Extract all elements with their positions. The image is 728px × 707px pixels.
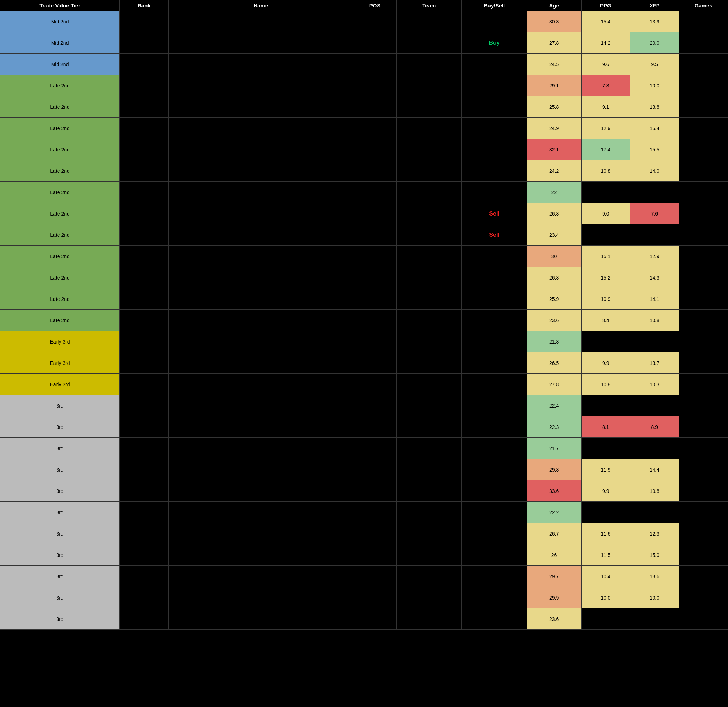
cell-rank	[120, 395, 169, 416]
cell-tier: 3rd	[0, 395, 120, 416]
table-row: Late 2nd29.17.310.0	[0, 75, 728, 96]
table-row: Late 2nd23.68.410.8	[0, 310, 728, 331]
cell-ppg: 14.2	[581, 32, 630, 54]
cell-team	[397, 587, 462, 609]
table-row: Late 2nd24.210.814.0	[0, 160, 728, 182]
cell-age: 25.8	[527, 96, 581, 118]
cell-tier: Late 2nd	[0, 75, 120, 96]
cell-rank	[120, 416, 169, 438]
cell-rank	[120, 267, 169, 288]
cell-rank	[120, 96, 169, 118]
cell-ppg	[581, 224, 630, 246]
cell-pos	[353, 11, 396, 32]
cell-pos	[353, 438, 396, 459]
cell-name	[169, 587, 353, 609]
cell-games	[679, 416, 728, 438]
cell-rank	[120, 459, 169, 480]
cell-team	[397, 246, 462, 267]
cell-name	[169, 139, 353, 160]
cell-pos	[353, 203, 396, 224]
cell-rank	[120, 480, 169, 502]
header-row: Trade Value Tier Rank Name POS Team Buy/…	[0, 0, 728, 11]
cell-name	[169, 459, 353, 480]
cell-age: 26.5	[527, 353, 581, 374]
cell-age: 21.7	[527, 438, 581, 459]
table-row: 3rd29.710.413.6	[0, 566, 728, 587]
cell-ppg: 11.6	[581, 523, 630, 545]
table-row: 3rd26.711.612.3	[0, 523, 728, 545]
table-row: Late 2nd26.815.214.3	[0, 267, 728, 288]
cell-tier: 3rd	[0, 480, 120, 502]
cell-tier: 3rd	[0, 587, 120, 609]
cell-name	[169, 118, 353, 139]
cell-name	[169, 310, 353, 331]
table-row: 3rd22.38.18.9	[0, 416, 728, 438]
cell-name	[169, 246, 353, 267]
header-pos: POS	[353, 0, 396, 11]
cell-age: 22.4	[527, 395, 581, 416]
cell-ppg: 10.9	[581, 288, 630, 310]
cell-ppg: 15.4	[581, 11, 630, 32]
cell-name	[169, 54, 353, 75]
cell-team	[397, 11, 462, 32]
cell-name	[169, 395, 353, 416]
cell-games	[679, 545, 728, 566]
cell-pos	[353, 331, 396, 353]
cell-xfp: 14.1	[630, 288, 679, 310]
cell-pos	[353, 502, 396, 523]
cell-team	[397, 182, 462, 203]
cell-rank	[120, 139, 169, 160]
cell-tier: Mid 2nd	[0, 32, 120, 54]
cell-ppg: 11.9	[581, 459, 630, 480]
cell-team	[397, 523, 462, 545]
table-row: Late 2nd25.89.113.8	[0, 96, 728, 118]
cell-games	[679, 54, 728, 75]
cell-buysell	[462, 438, 527, 459]
cell-rank	[120, 288, 169, 310]
cell-tier: Late 2nd	[0, 160, 120, 182]
cell-xfp: 15.5	[630, 139, 679, 160]
cell-tier: 3rd	[0, 523, 120, 545]
header-tier: Trade Value Tier	[0, 0, 120, 11]
cell-tier: 3rd	[0, 566, 120, 587]
cell-xfp: 13.7	[630, 353, 679, 374]
cell-tier: Late 2nd	[0, 118, 120, 139]
cell-ppg: 11.5	[581, 545, 630, 566]
cell-pos	[353, 139, 396, 160]
cell-games	[679, 395, 728, 416]
table-row: Late 2ndSell23.4	[0, 224, 728, 246]
cell-age: 26.7	[527, 523, 581, 545]
cell-name	[169, 609, 353, 630]
cell-rank	[120, 587, 169, 609]
cell-ppg	[581, 182, 630, 203]
cell-tier: Late 2nd	[0, 246, 120, 267]
cell-games	[679, 459, 728, 480]
cell-xfp: 15.4	[630, 118, 679, 139]
cell-age: 23.4	[527, 224, 581, 246]
cell-name	[169, 502, 353, 523]
cell-games	[679, 96, 728, 118]
cell-name	[169, 416, 353, 438]
table-row: 3rd29.811.914.4	[0, 459, 728, 480]
table-row: Late 2nd3015.112.9	[0, 246, 728, 267]
cell-team	[397, 566, 462, 587]
cell-games	[679, 203, 728, 224]
cell-team	[397, 374, 462, 395]
cell-pos	[353, 267, 396, 288]
cell-name	[169, 96, 353, 118]
cell-xfp	[630, 395, 679, 416]
cell-games	[679, 587, 728, 609]
cell-team	[397, 267, 462, 288]
cell-buysell: Buy	[462, 32, 527, 54]
cell-name	[169, 353, 353, 374]
cell-buysell	[462, 310, 527, 331]
cell-xfp: 10.0	[630, 75, 679, 96]
cell-team	[397, 545, 462, 566]
cell-buysell	[462, 288, 527, 310]
header-xfp: XFP	[630, 0, 679, 11]
cell-buysell	[462, 480, 527, 502]
cell-pos	[353, 96, 396, 118]
cell-buysell	[462, 11, 527, 32]
cell-tier: Late 2nd	[0, 310, 120, 331]
cell-games	[679, 32, 728, 54]
